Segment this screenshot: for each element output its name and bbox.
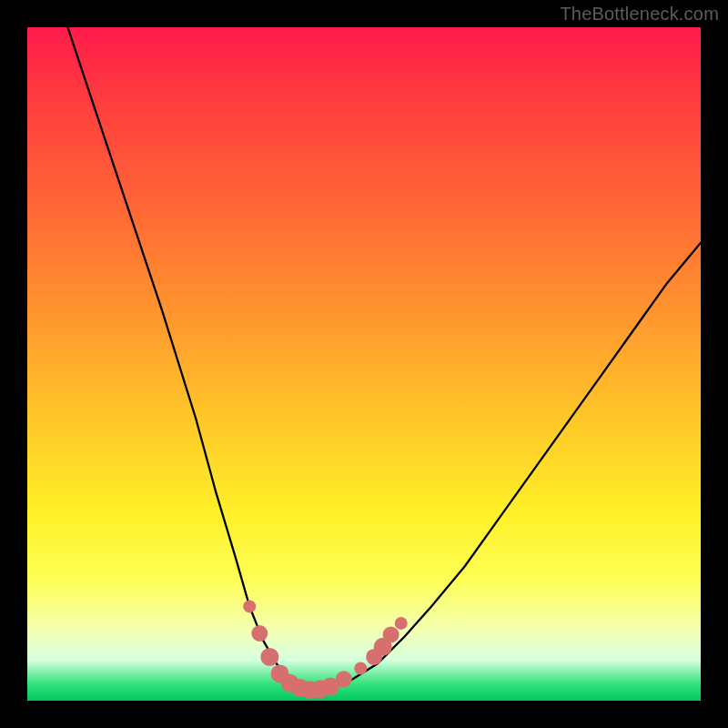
plot-area xyxy=(27,27,701,701)
marker-dot xyxy=(243,600,256,612)
marker-dot xyxy=(251,625,268,642)
watermark-text: TheBottleneck.com xyxy=(560,4,719,25)
marker-dot xyxy=(260,648,278,666)
marker-dot xyxy=(336,671,352,687)
bottom-marker-group xyxy=(243,600,408,699)
marker-dot xyxy=(395,617,408,630)
chart-frame: TheBottleneck.com xyxy=(0,0,728,728)
chart-svg xyxy=(27,27,701,701)
marker-dot xyxy=(354,662,367,674)
bottleneck-curve xyxy=(67,27,701,691)
marker-dot xyxy=(383,626,399,642)
